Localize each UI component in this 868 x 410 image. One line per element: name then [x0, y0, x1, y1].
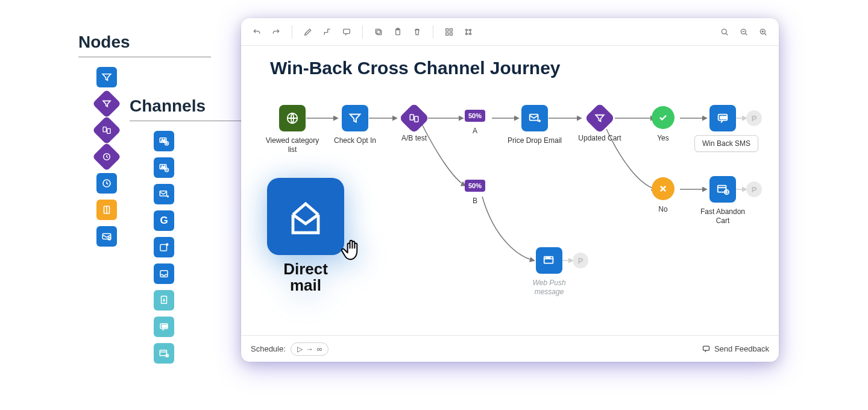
wait-node[interactable] — [96, 173, 117, 194]
schedule-pill[interactable]: ▷ → ∞ — [291, 342, 329, 356]
canvas-footer: Schedule: ▷ → ∞ Send Feedback — [241, 335, 779, 362]
node-label: B — [451, 197, 499, 206]
web-push-node[interactable]: Web Push message — [520, 247, 579, 297]
check-opt-in-node[interactable]: Check Opt In — [326, 105, 385, 145]
play-icon: ▷ — [297, 345, 303, 353]
node-label: Yes — [639, 134, 687, 143]
connector-button[interactable] — [319, 24, 336, 40]
node-label: Web Push message — [520, 279, 579, 297]
check-icon — [652, 106, 675, 129]
svg-text:SMS: SMS — [162, 325, 168, 328]
x-icon — [652, 177, 675, 200]
redo-button[interactable] — [268, 24, 285, 40]
svg-point-55 — [547, 257, 548, 258]
chat-icon — [702, 344, 711, 353]
svg-point-15 — [166, 243, 169, 246]
node-label: Fast Abandon Cart — [693, 207, 752, 226]
win-back-sms-button[interactable]: Win Back SMS — [694, 135, 758, 152]
svg-rect-28 — [450, 28, 452, 31]
ab-test-node-canvas[interactable]: A/B test — [385, 105, 444, 143]
svg-text:Ad: Ad — [162, 165, 166, 169]
percent-badge: 50% — [465, 180, 485, 192]
svg-rect-29 — [446, 33, 448, 35]
fast-abandon-cart-node[interactable]: Fast Abandon Cart — [693, 176, 752, 226]
svg-point-56 — [549, 257, 550, 258]
ab-test-node[interactable] — [92, 116, 121, 145]
svg-point-31 — [465, 29, 467, 31]
channels-divider — [130, 121, 250, 121]
direct-mail-channel[interactable] — [154, 290, 174, 311]
web-push-icon — [536, 247, 562, 274]
globe-icon — [279, 105, 306, 131]
win-back-sms-label: Win Back SMS — [702, 139, 750, 148]
branch-b-node[interactable]: 50% B — [451, 180, 499, 206]
dragged-direct-mail-tile[interactable]: Directmail — [267, 178, 344, 294]
placeholder-p-2: P — [573, 253, 588, 268]
svg-rect-5 — [102, 234, 111, 239]
nodes-title: Nodes — [78, 33, 211, 52]
updated-cart-node[interactable]: Updated Cart — [570, 105, 629, 143]
svg-rect-23 — [377, 30, 381, 34]
node-label: No — [639, 205, 687, 214]
comment-button[interactable] — [338, 24, 355, 40]
email-send-channel[interactable] — [154, 184, 174, 204]
price-drop-email-node[interactable]: Price Drop Email — [505, 105, 564, 145]
paste-button[interactable] — [389, 24, 406, 40]
percent-badge: 50% — [465, 110, 485, 122]
push-channel[interactable] — [154, 237, 174, 257]
page-node[interactable] — [96, 200, 117, 220]
channels-palette: Ad Ad G SMS — [154, 131, 250, 364]
filter-node[interactable] — [96, 67, 117, 87]
svg-rect-14 — [160, 245, 167, 251]
channels-title: Channels — [130, 96, 250, 116]
placeholder-p-1: P — [746, 110, 762, 126]
edit-button[interactable] — [300, 24, 316, 40]
funnel-icon — [585, 103, 615, 134]
node-label: Check Opt In — [326, 136, 385, 145]
viewed-category-node[interactable]: Viewed category list — [263, 105, 322, 154]
no-node[interactable]: No — [639, 177, 687, 214]
sms-channel[interactable]: SMS — [154, 317, 174, 337]
delete-button[interactable] — [409, 24, 426, 40]
inbox-node[interactable] — [96, 226, 117, 247]
direct-mail-big-icon — [267, 178, 344, 255]
web-push-channel[interactable] — [154, 343, 174, 364]
select-all-button[interactable] — [441, 24, 458, 40]
svg-point-33 — [465, 33, 467, 35]
branch-a-node[interactable]: 50% A — [451, 110, 499, 136]
grab-cursor-icon — [338, 234, 368, 266]
undo-button[interactable] — [248, 24, 265, 40]
svg-rect-48 — [410, 115, 414, 120]
sms-icon: SMS — [709, 105, 736, 131]
svg-rect-13 — [160, 191, 166, 196]
canvas-title: Win-Back Cross Channel Journey — [270, 58, 561, 78]
select-group-button[interactable] — [460, 24, 477, 40]
ad-add-channel[interactable]: Ad — [154, 131, 174, 151]
zoom-out-button[interactable] — [735, 24, 752, 40]
svg-rect-59 — [703, 346, 709, 350]
google-channel[interactable]: G — [154, 210, 174, 231]
svg-point-34 — [470, 33, 471, 35]
delay-node[interactable] — [92, 142, 121, 171]
yes-node[interactable]: Yes — [639, 106, 687, 143]
channels-section: Channels Ad Ad G SMS — [130, 96, 250, 364]
mail-arrow-icon — [521, 105, 548, 131]
win-back-sms-node[interactable]: SMS — [693, 105, 752, 131]
svg-rect-22 — [344, 29, 350, 33]
svg-rect-0 — [103, 127, 106, 132]
ad-remove-channel[interactable]: Ad — [154, 157, 174, 178]
nodes-divider — [78, 57, 211, 57]
svg-rect-1 — [107, 128, 110, 133]
filter-condition-node[interactable] — [92, 89, 121, 118]
node-label: Price Drop Email — [505, 136, 564, 145]
copy-button[interactable] — [370, 24, 387, 40]
arrow-icon: → — [306, 345, 313, 353]
send-feedback-button[interactable]: Send Feedback — [702, 344, 769, 353]
inbox-channel[interactable] — [154, 263, 174, 284]
node-label: A — [451, 127, 499, 136]
zoom-in-button[interactable] — [755, 24, 772, 40]
zoom-fit-button[interactable] — [716, 24, 733, 40]
feedback-label: Send Feedback — [714, 344, 769, 353]
dragged-tile-label: Directmail — [283, 261, 328, 294]
svg-rect-49 — [415, 116, 418, 122]
